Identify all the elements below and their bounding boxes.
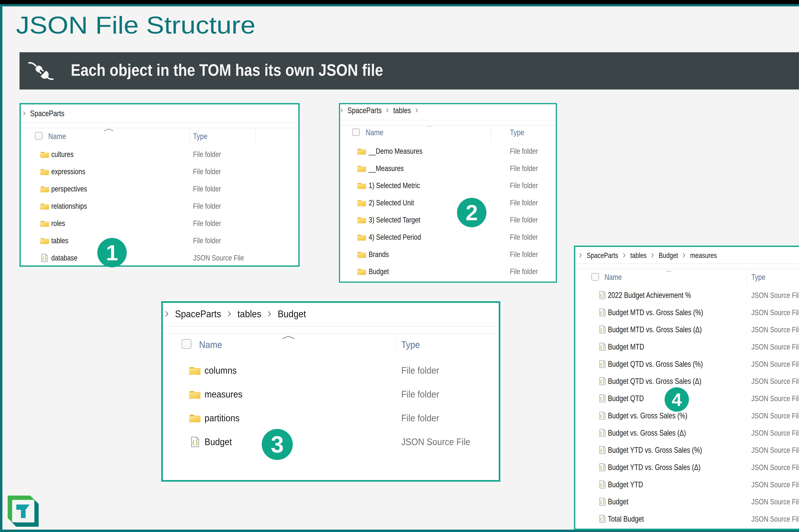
- svg-text:{}: {}: [600, 397, 605, 401]
- svg-text:{}: {}: [600, 414, 605, 419]
- svg-text:{}: {}: [600, 362, 605, 367]
- svg-text:{}: {}: [600, 500, 605, 505]
- svg-text:{}: {}: [600, 345, 605, 350]
- svg-text:{}: {}: [600, 328, 605, 332]
- svg-text:{}: {}: [600, 431, 605, 436]
- svg-text:{}: {}: [42, 256, 47, 261]
- svg-text:{}: {}: [600, 380, 605, 384]
- svg-text:{}: {}: [600, 311, 605, 316]
- svg-text:{}: {}: [600, 517, 605, 522]
- svg-text:{}: {}: [600, 466, 605, 470]
- svg-text:{}: {}: [600, 483, 605, 488]
- svg-text:{}: {}: [192, 440, 198, 446]
- svg-text:{}: {}: [600, 449, 605, 453]
- svg-text:{}: {}: [600, 293, 605, 298]
